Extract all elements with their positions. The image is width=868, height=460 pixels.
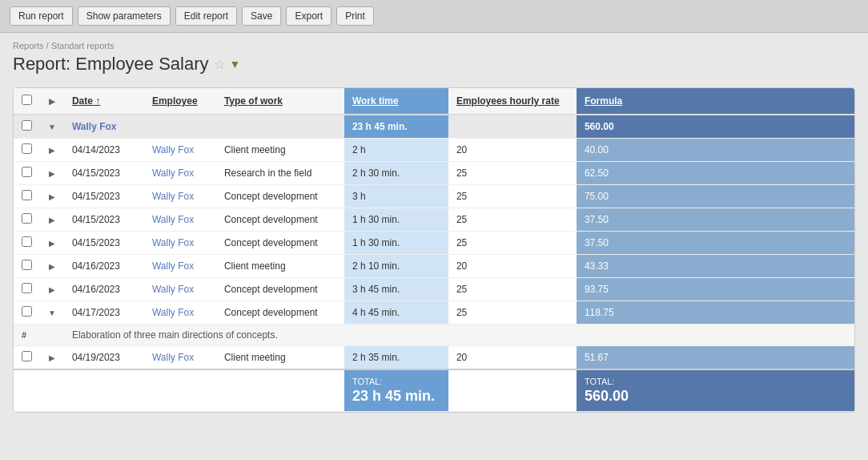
breadcrumb: Reports / Standart reports	[13, 41, 855, 50]
table-row: ▶ 04/15/2023 Wally Fox Concept developme…	[14, 208, 854, 232]
row-expand-5[interactable]: ▶	[49, 262, 55, 271]
table-row-last: ▶ 04/19/2023 Wally Fox Client meeting 2 …	[14, 346, 854, 370]
table-row: ▼ 04/17/2023 Wally Fox Concept developme…	[14, 301, 854, 325]
total-hourly-empty	[448, 369, 577, 412]
table-row: ▶ 04/16/2023 Wally Fox Concept developme…	[14, 278, 854, 301]
row-employee-4[interactable]: Wally Fox	[152, 237, 194, 248]
note-text: Elaboration of three main directions of …	[64, 325, 854, 346]
total-row: TOTAL: 23 h 45 min. TOTAL: 560.00	[14, 369, 854, 412]
row-hourly-last: 20	[448, 346, 577, 370]
run-report-button[interactable]: Run report	[10, 6, 73, 26]
row-date-6: 04/16/2023	[64, 278, 144, 301]
page-title-text: Report: Employee Salary	[13, 54, 209, 75]
show-parameters-button[interactable]: Show parameters	[78, 6, 171, 26]
total-worktime-value: 23 h 45 min.	[352, 388, 440, 405]
group-expand-icon[interactable]: ▼	[48, 123, 56, 131]
row-worktime-last: 2 h 35 min.	[344, 346, 448, 370]
row-formula-1: 62.50	[577, 162, 854, 185]
edit-report-button[interactable]: Edit report	[175, 6, 237, 26]
row-expand-4[interactable]: ▶	[49, 239, 55, 248]
row-formula-3: 37.50	[577, 208, 854, 232]
total-worktime-label: TOTAL:	[352, 377, 440, 386]
row-worktime-7: 4 h 45 min.	[344, 301, 448, 325]
row-hourly-1: 25	[448, 162, 577, 185]
group-hourly-empty	[448, 115, 577, 139]
row-date-2: 04/15/2023	[64, 185, 144, 208]
table-row: ▶ 04/16/2023 Wally Fox Client meeting 2 …	[14, 255, 854, 278]
row-type-2: Concept development	[216, 185, 344, 208]
row-employee-3[interactable]: Wally Fox	[152, 214, 194, 225]
print-button[interactable]: Print	[336, 6, 374, 26]
row-checkbox-7[interactable]	[22, 306, 32, 317]
row-worktime-2: 3 h	[344, 185, 448, 208]
row-formula-0: 40.00	[577, 139, 854, 162]
row-date-7: 04/17/2023	[64, 301, 144, 325]
row-expand-3[interactable]: ▶	[49, 216, 55, 224]
row-type-6: Concept development	[216, 278, 344, 301]
row-formula-last: 51.67	[577, 346, 854, 370]
group-row-checkbox-cell	[14, 115, 40, 139]
header-work-time: Work time	[344, 88, 448, 115]
row-type-7: Concept development	[216, 301, 344, 325]
row-expand-0[interactable]: ▶	[49, 146, 55, 155]
row-checkbox-2[interactable]	[22, 190, 32, 200]
row-checkbox-5[interactable]	[22, 260, 32, 270]
report-container: ▶ Date ↑ Employee Type of work Work time…	[13, 87, 855, 413]
row-formula-4: 37.50	[577, 232, 854, 255]
row-date-4: 04/15/2023	[64, 232, 144, 255]
row-checkbox-last[interactable]	[22, 351, 32, 361]
row-employee-1[interactable]: Wally Fox	[152, 167, 194, 179]
row-expand-last[interactable]: ▶	[49, 353, 55, 362]
row-checkbox-4[interactable]	[22, 236, 32, 247]
row-worktime-5: 2 h 10 min.	[344, 255, 448, 278]
header-employee: Employee	[144, 88, 216, 115]
row-checkbox-3[interactable]	[22, 213, 32, 224]
header-type-of-work: Type of work	[216, 88, 344, 115]
row-employee-last[interactable]: Wally Fox	[152, 352, 194, 363]
row-formula-6: 93.75	[577, 278, 854, 301]
row-expand-6[interactable]: ▶	[49, 285, 55, 294]
export-button[interactable]: Export	[286, 6, 332, 26]
group-formula: 560.00	[577, 115, 854, 139]
group-employee-link[interactable]: Wally Fox	[72, 121, 117, 132]
row-checkbox-1[interactable]	[22, 167, 32, 177]
star-icon[interactable]: ☆	[214, 57, 225, 72]
row-type-4: Concept development	[216, 232, 344, 255]
select-all-checkbox[interactable]	[22, 95, 32, 105]
table-header-row: ▶ Date ↑ Employee Type of work Work time…	[14, 88, 854, 115]
row-hourly-2: 25	[448, 185, 577, 208]
header-expand-col: ▶	[40, 88, 64, 115]
row-date-0: 04/14/2023	[64, 139, 144, 162]
table-row: ▶ 04/15/2023 Wally Fox Concept developme…	[14, 232, 854, 255]
total-formula-cell: TOTAL: 560.00	[577, 369, 854, 412]
save-button[interactable]: Save	[242, 6, 281, 26]
page-title: Report: Employee Salary ☆ ▼	[13, 54, 855, 75]
group-checkbox[interactable]	[22, 120, 32, 131]
group-worktime: 23 h 45 min.	[344, 115, 448, 139]
row-employee-6[interactable]: Wally Fox	[152, 284, 194, 295]
row-hourly-6: 25	[448, 278, 577, 301]
row-expand-7[interactable]: ▼	[48, 309, 56, 317]
title-dropdown-icon[interactable]: ▼	[230, 58, 241, 71]
row-employee-5[interactable]: Wally Fox	[152, 260, 194, 272]
row-hourly-0: 20	[448, 139, 577, 162]
table-row: ▶ 04/15/2023 Wally Fox Concept developme…	[14, 185, 854, 208]
row-hourly-3: 25	[448, 208, 577, 232]
total-empty-1	[14, 369, 64, 412]
total-formula-value: 560.00	[585, 388, 846, 405]
row-type-last: Client meeting	[216, 346, 344, 370]
row-type-5: Client meeting	[216, 255, 344, 278]
row-expand-2[interactable]: ▶	[49, 192, 55, 201]
row-checkbox-0[interactable]	[22, 143, 32, 154]
row-checkbox-6[interactable]	[22, 283, 32, 293]
row-employee-2[interactable]: Wally Fox	[152, 191, 194, 202]
total-formula-label: TOTAL:	[585, 377, 846, 386]
row-formula-2: 75.00	[577, 185, 854, 208]
row-worktime-6: 3 h 45 min.	[344, 278, 448, 301]
expand-all-icon[interactable]: ▶	[49, 97, 55, 106]
row-expand-1[interactable]: ▶	[49, 169, 55, 178]
row-employee-7[interactable]: Wally Fox	[152, 307, 194, 318]
row-worktime-4: 1 h 30 min.	[344, 232, 448, 255]
toolbar: Run report Show parameters Edit report S…	[0, 0, 868, 33]
row-employee-0[interactable]: Wally Fox	[152, 144, 194, 155]
